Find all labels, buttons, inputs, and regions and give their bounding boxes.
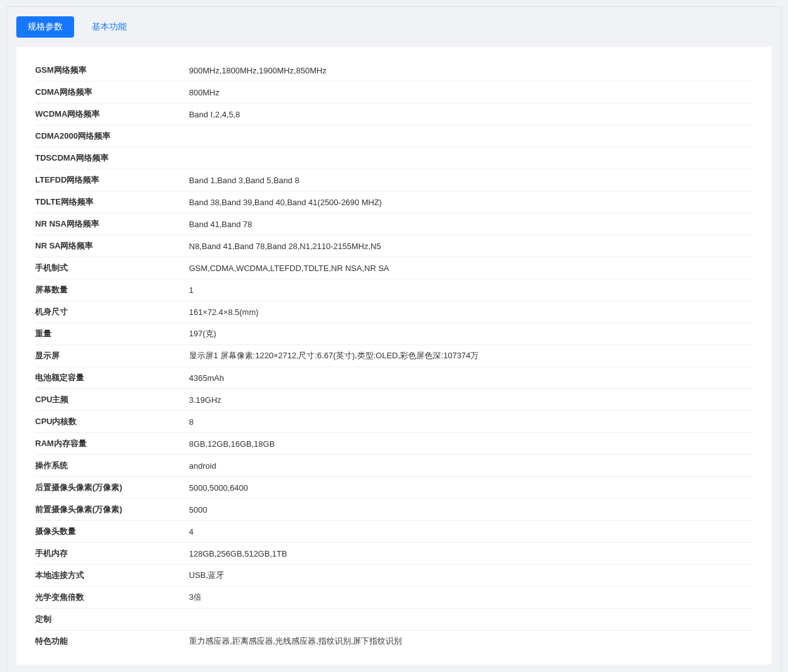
- spec-row: CPU内核数8: [35, 411, 753, 433]
- spec-row: TDSCDMA网络频率: [35, 147, 753, 169]
- tab-specs[interactable]: 规格参数: [16, 16, 74, 38]
- spec-label: 屏幕数量: [35, 284, 189, 296]
- spec-row: CPU主频3.19GHz: [35, 389, 753, 411]
- spec-label: 光学变焦倍数: [35, 592, 189, 603]
- spec-value: 8: [189, 417, 753, 427]
- spec-label: WCDMA网络频率: [35, 109, 189, 120]
- spec-label: CPU主频: [35, 394, 189, 405]
- spec-row: 手机内存128GB,256GB,512GB,1TB: [35, 543, 753, 565]
- spec-label: TDSCDMA网络频率: [35, 152, 189, 164]
- spec-row: 重量197(克): [35, 323, 753, 345]
- spec-row: 定制: [35, 609, 753, 631]
- spec-row: TDLTE网络频率Band 38,Band 39,Band 40,Band 41…: [35, 191, 753, 213]
- spec-value: 4365mAh: [189, 373, 753, 383]
- spec-value: Band Ⅰ,2,4,5,8: [189, 110, 753, 119]
- spec-value: 1: [189, 285, 753, 295]
- spec-row: 显示屏显示屏1 屏幕像素:1220×2712,尺寸:6.67(英寸),类型:OL…: [35, 345, 753, 367]
- spec-value: 197(克): [189, 328, 753, 339]
- spec-value: Band 41,Band 78: [189, 220, 753, 229]
- spec-label: 摄像头数量: [35, 526, 189, 537]
- spec-value: 128GB,256GB,512GB,1TB: [189, 549, 753, 558]
- spec-value: 161×72.4×8.5(mm): [189, 307, 753, 317]
- spec-row: NR SA网络频率N8,Band 41,Band 78,Band 28,N1,2…: [35, 235, 753, 257]
- spec-row: 操作系统android: [35, 455, 753, 477]
- spec-label: 前置摄像头像素(万像素): [35, 504, 189, 515]
- spec-row: CDMA网络频率800MHz: [35, 82, 753, 104]
- spec-label: RAM内存容量: [35, 438, 189, 449]
- spec-value: 3.19GHz: [189, 395, 753, 405]
- spec-value: 5000: [189, 505, 753, 515]
- spec-label: NR NSA网络频率: [35, 218, 189, 230]
- spec-label: CDMA2000网络频率: [35, 131, 189, 142]
- spec-row: 机身尺寸161×72.4×8.5(mm): [35, 301, 753, 323]
- spec-value: 显示屏1 屏幕像素:1220×2712,尺寸:6.67(英寸),类型:OLED,…: [189, 350, 753, 361]
- spec-row: NR NSA网络频率Band 41,Band 78: [35, 213, 753, 235]
- spec-label: 本地连接方式: [35, 570, 189, 581]
- spec-label: 定制: [35, 614, 189, 625]
- spec-label: CPU内核数: [35, 416, 189, 427]
- spec-row: 特色功能重力感应器,距离感应器,光线感应器,指纹识别,屏下指纹识别: [35, 631, 753, 652]
- spec-value: 800MHz: [189, 88, 753, 97]
- spec-row: 手机制式GSM,CDMA,WCDMA,LTEFDD,TDLTE,NR NSA,N…: [35, 257, 753, 279]
- spec-value: 重力感应器,距离感应器,光线感应器,指纹识别,屏下指纹识别: [189, 636, 753, 647]
- spec-label: 特色功能: [35, 636, 189, 647]
- spec-row: 前置摄像头像素(万像素)5000: [35, 499, 753, 521]
- spec-value: N8,Band 41,Band 78,Band 28,N1,2110-2155M…: [189, 242, 753, 251]
- spec-label: 显示屏: [35, 350, 189, 361]
- spec-row: WCDMA网络频率Band Ⅰ,2,4,5,8: [35, 104, 753, 125]
- spec-value: 4: [189, 527, 753, 536]
- spec-row: 电池额定容量4365mAh: [35, 367, 753, 389]
- spec-label: 电池额定容量: [35, 372, 189, 383]
- spec-label: 机身尺寸: [35, 306, 189, 317]
- spec-value: 3倍: [189, 592, 753, 603]
- spec-label: 操作系统: [35, 460, 189, 471]
- spec-label: CDMA网络频率: [35, 87, 189, 98]
- spec-value: Band 1,Band 3,Band 5,Band 8: [189, 176, 753, 185]
- spec-label: 手机制式: [35, 262, 189, 274]
- spec-row: 后置摄像头像素(万像素)5000,5000,6400: [35, 477, 753, 499]
- spec-value: android: [189, 461, 753, 471]
- spec-row: LTEFDD网络频率Band 1,Band 3,Band 5,Band 8: [35, 169, 753, 191]
- spec-label: NR SA网络频率: [35, 240, 189, 252]
- spec-row: RAM内存容量8GB,12GB,16GB,18GB: [35, 433, 753, 455]
- spec-row: 光学变焦倍数3倍: [35, 587, 753, 609]
- spec-row: GSM网络频率900MHz,1800MHz,1900MHz,850MHz: [35, 60, 753, 82]
- spec-value: 8GB,12GB,16GB,18GB: [189, 439, 753, 449]
- spec-value: USB,蓝牙: [189, 570, 753, 581]
- specs-container: 规格参数 基本功能 GSM网络频率900MHz,1800MHz,1900MHz,…: [6, 6, 782, 672]
- spec-row: 摄像头数量4: [35, 521, 753, 543]
- spec-value: Band 38,Band 39,Band 40,Band 41(2500-269…: [189, 198, 753, 207]
- spec-row: 屏幕数量1: [35, 279, 753, 301]
- spec-value: 900MHz,1800MHz,1900MHz,850MHz: [189, 66, 753, 75]
- spec-label: 后置摄像头像素(万像素): [35, 482, 189, 493]
- tab-basic-features[interactable]: 基本功能: [80, 16, 138, 38]
- spec-label: TDLTE网络频率: [35, 196, 189, 208]
- spec-label: 手机内存: [35, 548, 189, 559]
- spec-row: 本地连接方式USB,蓝牙: [35, 565, 753, 587]
- spec-label: 重量: [35, 328, 189, 339]
- specs-panel: GSM网络频率900MHz,1800MHz,1900MHz,850MHzCDMA…: [16, 47, 772, 664]
- tab-bar: 规格参数 基本功能: [16, 16, 772, 38]
- spec-label: GSM网络频率: [35, 65, 189, 76]
- spec-value: GSM,CDMA,WCDMA,LTEFDD,TDLTE,NR NSA,NR SA: [189, 264, 753, 273]
- spec-value: 5000,5000,6400: [189, 483, 753, 493]
- spec-label: LTEFDD网络频率: [35, 174, 189, 186]
- spec-row: CDMA2000网络频率: [35, 125, 753, 147]
